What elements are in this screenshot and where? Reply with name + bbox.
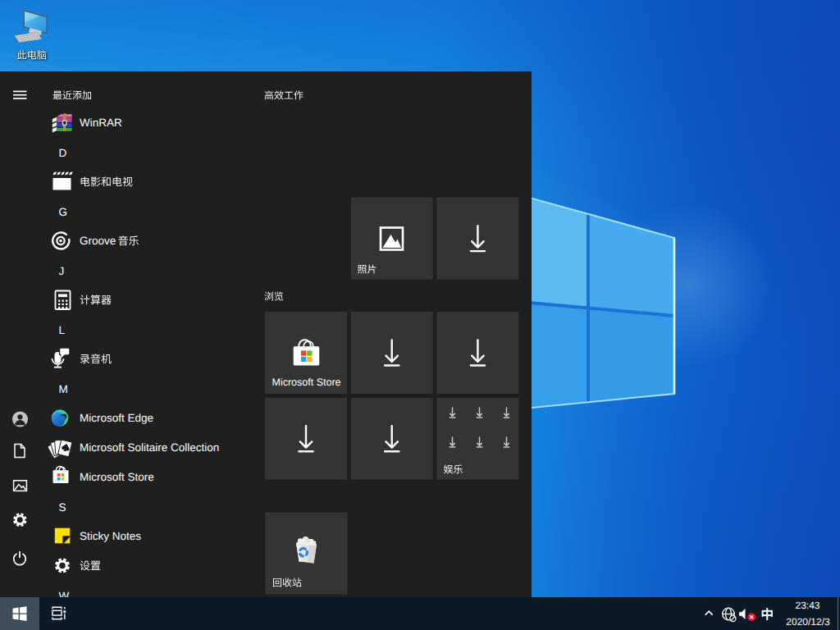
svg-text:M: M: [59, 383, 68, 395]
svg-text:Microsoft Edge: Microsoft Edge: [80, 412, 153, 424]
svg-text:L: L: [59, 324, 66, 336]
svg-text:Microsoft Store: Microsoft Store: [272, 377, 341, 388]
svg-text:Groove: Groove: [80, 235, 116, 247]
svg-text:23:43: 23:43: [795, 600, 819, 611]
svg-text:Sticky Notes: Sticky Notes: [80, 530, 141, 542]
svg-text:S: S: [59, 501, 66, 514]
svg-text:WinRAR: WinRAR: [80, 116, 122, 129]
svg-text:G: G: [59, 206, 68, 218]
svg-text:J: J: [59, 265, 65, 277]
svg-text:Microsoft Store: Microsoft Store: [80, 471, 154, 483]
svg-text:Microsoft Solitaire Collection: Microsoft Solitaire Collection: [80, 441, 219, 454]
svg-text:2020/12/3: 2020/12/3: [786, 616, 830, 628]
svg-text:D: D: [59, 147, 67, 159]
